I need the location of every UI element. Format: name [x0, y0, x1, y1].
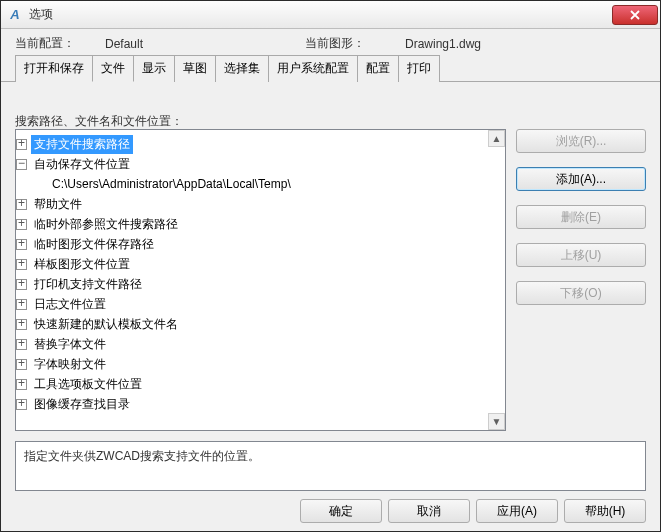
current-drawing-label: 当前图形：	[305, 35, 405, 52]
tab-4[interactable]: 选择集	[215, 55, 269, 82]
tree-node[interactable]: +图像缓存查找目录	[16, 394, 505, 414]
expand-icon[interactable]: +	[16, 199, 27, 210]
window-title: 选项	[29, 6, 612, 23]
move-up-button[interactable]: 上移(U)	[516, 243, 646, 267]
current-config-label: 当前配置：	[15, 35, 105, 52]
expand-icon[interactable]: +	[16, 299, 27, 310]
tree-node[interactable]: +临时外部参照文件搜索路径	[16, 214, 505, 234]
tree-node[interactable]: +工具选项板文件位置	[16, 374, 505, 394]
tree-node[interactable]: +打印机支持文件路径	[16, 274, 505, 294]
scroll-up-button[interactable]: ▲	[488, 130, 505, 147]
remove-button[interactable]: 删除(E)	[516, 205, 646, 229]
expand-icon[interactable]: +	[16, 339, 27, 350]
close-button[interactable]	[612, 5, 658, 25]
tab-6[interactable]: 配置	[357, 55, 399, 82]
tree-node[interactable]: −自动保存文件位置	[16, 154, 505, 174]
current-config-value: Default	[105, 37, 305, 51]
paths-tree[interactable]: +支持文件搜索路径−自动保存文件位置C:\Users\Administrator…	[15, 129, 506, 431]
tree-node[interactable]: +样板图形文件位置	[16, 254, 505, 274]
expand-icon[interactable]: +	[16, 259, 27, 270]
tree-node-label: 样板图形文件位置	[31, 255, 133, 274]
options-dialog: A 选项 当前配置： Default 当前图形： Drawing1.dwg 打开…	[0, 0, 661, 532]
tree-node-label: 打印机支持文件路径	[31, 275, 145, 294]
tree-node-label: 支持文件搜索路径	[31, 135, 133, 154]
collapse-icon[interactable]: −	[16, 159, 27, 170]
apply-button[interactable]: 应用(A)	[476, 499, 558, 523]
add-button[interactable]: 添加(A)...	[516, 167, 646, 191]
tree-node-label: 字体映射文件	[31, 355, 109, 374]
tree-node[interactable]: +临时图形文件保存路径	[16, 234, 505, 254]
tree-node-label: 临时图形文件保存路径	[31, 235, 157, 254]
expand-icon[interactable]: +	[16, 319, 27, 330]
tree-node[interactable]: +日志文件位置	[16, 294, 505, 314]
tab-3[interactable]: 草图	[174, 55, 216, 82]
tree-node-label: 替换字体文件	[31, 335, 109, 354]
side-buttons: 浏览(R)... 添加(A)... 删除(E) 上移(U) 下移(O)	[516, 129, 646, 305]
current-drawing-value: Drawing1.dwg	[405, 37, 481, 51]
expand-icon[interactable]: +	[16, 139, 27, 150]
expand-icon[interactable]: +	[16, 379, 27, 390]
client-area: 当前配置： Default 当前图形： Drawing1.dwg 打开和保存文件…	[1, 29, 660, 531]
move-down-button[interactable]: 下移(O)	[516, 281, 646, 305]
tree-node[interactable]: +支持文件搜索路径	[16, 134, 505, 154]
tree-node-label: 快速新建的默认模板文件名	[31, 315, 181, 334]
scroll-down-button[interactable]: ▼	[488, 413, 505, 430]
ok-button[interactable]: 确定	[300, 499, 382, 523]
tree-node-label: 帮助文件	[31, 195, 85, 214]
tree-node-label: 图像缓存查找目录	[31, 395, 133, 414]
tree-leaf-label: C:\Users\Administrator\AppData\Local\Tem…	[49, 176, 294, 192]
tree-wrap: +支持文件搜索路径−自动保存文件位置C:\Users\Administrator…	[15, 129, 506, 431]
titlebar: A 选项	[1, 1, 660, 29]
tree-node[interactable]: +帮助文件	[16, 194, 505, 214]
tree-node-label: 临时外部参照文件搜索路径	[31, 215, 181, 234]
browse-button[interactable]: 浏览(R)...	[516, 129, 646, 153]
tree-node-label: 自动保存文件位置	[31, 155, 133, 174]
expand-icon[interactable]: +	[16, 279, 27, 290]
description-box: 指定文件夹供ZWCAD搜索支持文件的位置。	[15, 441, 646, 491]
expand-icon[interactable]: +	[16, 399, 27, 410]
app-icon: A	[7, 7, 23, 23]
tab-2[interactable]: 显示	[133, 55, 175, 82]
tree-node[interactable]: +字体映射文件	[16, 354, 505, 374]
tab-body-files: 搜索路径、文件名和文件位置： +支持文件搜索路径−自动保存文件位置C:\User…	[15, 107, 646, 491]
cancel-button[interactable]: 取消	[388, 499, 470, 523]
close-icon	[630, 10, 640, 20]
expand-icon[interactable]: +	[16, 219, 27, 230]
tab-0[interactable]: 打开和保存	[15, 55, 93, 82]
tree-node-label: 工具选项板文件位置	[31, 375, 145, 394]
tab-1[interactable]: 文件	[92, 55, 134, 82]
help-button[interactable]: 帮助(H)	[564, 499, 646, 523]
expand-icon[interactable]: +	[16, 239, 27, 250]
expand-icon[interactable]: +	[16, 359, 27, 370]
tab-5[interactable]: 用户系统配置	[268, 55, 358, 82]
tree-leaf[interactable]: C:\Users\Administrator\AppData\Local\Tem…	[16, 174, 505, 194]
tree-node[interactable]: +替换字体文件	[16, 334, 505, 354]
config-info-row: 当前配置： Default 当前图形： Drawing1.dwg	[1, 29, 660, 54]
tab-strip: 打开和保存文件显示草图选择集用户系统配置配置打印	[1, 54, 660, 82]
tab-7[interactable]: 打印	[398, 55, 440, 82]
tree-node[interactable]: +快速新建的默认模板文件名	[16, 314, 505, 334]
search-paths-label: 搜索路径、文件名和文件位置：	[15, 113, 646, 130]
dialog-footer: 确定 取消 应用(A) 帮助(H)	[300, 499, 646, 523]
tree-node-label: 日志文件位置	[31, 295, 109, 314]
